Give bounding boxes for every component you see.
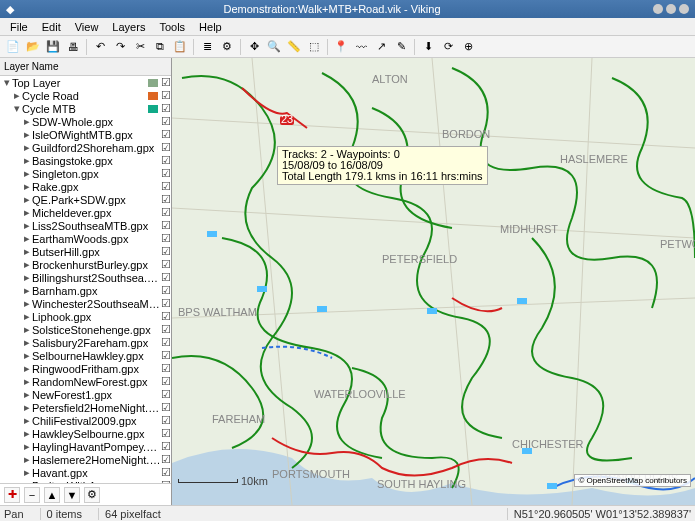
open-button[interactable]: 📂 [24,38,42,56]
titlebar: ◆ Demonstration:Walk+MTB+Road.vik - Viki… [0,0,695,18]
place-label: ALTON [372,73,408,85]
menu-help[interactable]: Help [193,19,228,35]
place-label: FAREHAM [212,413,265,425]
tree-item[interactable]: ▸BrockenhurstBurley.gpx☑ [0,258,171,271]
tree-item[interactable]: ▸Barnham.gpx☑ [0,284,171,297]
tree-item[interactable]: ▸Liphook.gpx☑ [0,310,171,323]
remove-layer-button[interactable]: − [24,487,40,503]
tree-item[interactable]: ▸Liss2SouthseaMTB.gpx☑ [0,219,171,232]
status-coords: N51°20.960505' W01°13'52.389837' [507,508,691,520]
tree-item[interactable]: ▸Haslemere2HomeNight.gpx☑ [0,453,171,466]
menu-view[interactable]: View [69,19,105,35]
status-pixfact: 64 pixelfact [98,508,161,520]
map-attribution: © OpenStreetMap contributors [574,474,691,487]
ruler-button[interactable]: 📏 [285,38,303,56]
tree-item[interactable]: ▸SolsticeStonehenge.gpx☑ [0,323,171,336]
statusbar: Pan 0 items 64 pixelfact N51°20.960505' … [0,505,695,521]
move-up-button[interactable]: ▲ [44,487,60,503]
layer-header[interactable]: Layer Name [0,58,171,76]
window-title: Demonstration:Walk+MTB+Road.vik - Viking [14,3,650,15]
menubar: File Edit View Layers Tools Help [0,18,695,36]
separator [193,39,194,55]
menu-edit[interactable]: Edit [36,19,67,35]
tree-item[interactable]: ▾Cycle MTB☑ [0,102,171,115]
tree-item[interactable]: ▸Singleton.gpx☑ [0,167,171,180]
tree-item[interactable]: ▸RingwoodFritham.gpx☑ [0,362,171,375]
edit-track-button[interactable]: ✎ [392,38,410,56]
menu-tools[interactable]: Tools [153,19,191,35]
download-button[interactable]: ⬇ [419,38,437,56]
copy-button[interactable]: ⧉ [151,38,169,56]
layers-button[interactable]: ≣ [198,38,216,56]
tree-item[interactable]: ▸SelbourneHawkley.gpx☑ [0,349,171,362]
waypoint-button[interactable]: 📍 [332,38,350,56]
svg-rect-3 [317,306,327,312]
menu-layers[interactable]: Layers [106,19,151,35]
svg-rect-2 [257,286,267,292]
tree-item[interactable]: ▸IsleOfWightMTB.gpx☑ [0,128,171,141]
add-layer-button[interactable]: ✚ [4,487,20,503]
tree-item[interactable]: ▸Rake.gpx☑ [0,180,171,193]
cut-button[interactable]: ✂ [131,38,149,56]
toolbar: 📄 📂 💾 🖶 ↶ ↷ ✂ ⧉ 📋 ≣ ⚙ ✥ 🔍 📏 ⬚ 📍 〰 ↗ ✎ ⬇ … [0,36,695,58]
tree-item[interactable]: ▸ChiliFestival2009.gpx☑ [0,414,171,427]
tree-item[interactable]: ▸Salisbury2Fareham.gpx☑ [0,336,171,349]
tree-item[interactable]: ▸EarthamWoods.gpx☑ [0,232,171,245]
place-label: WATERLOOVILLE [314,388,406,400]
close-button[interactable] [679,4,689,14]
svg-rect-7 [547,483,557,489]
properties-button[interactable]: ⚙ [218,38,236,56]
undo-button[interactable]: ↶ [91,38,109,56]
place-label: PETERSFIELD [382,253,457,265]
tooltip-line3: Total Length 179.1 kms in 16:11 hrs:mins [282,171,483,182]
tree-item[interactable]: ▸RandomNewForest.gpx☑ [0,375,171,388]
layer-props-button[interactable]: ⚙ [84,487,100,503]
status-items: 0 items [40,508,82,520]
tree-item[interactable]: ▸Micheldever.gpx☑ [0,206,171,219]
move-down-button[interactable]: ▼ [64,487,80,503]
tree-item[interactable]: ▸ButserHill.gpx☑ [0,245,171,258]
menu-file[interactable]: File [4,19,34,35]
tree-item[interactable]: ▸Havant.gpx☑ [0,466,171,479]
tree-item[interactable]: ▸NewForest1.gpx☑ [0,388,171,401]
paste-button[interactable]: 📋 [171,38,189,56]
app-icon: ◆ [6,3,14,16]
layer-tree[interactable]: ▾Top Layer☑▸Cycle Road☑▾Cycle MTB☑▸SDW-W… [0,76,171,483]
tree-item[interactable]: ▸Basingstoke.gpx☑ [0,154,171,167]
redo-button[interactable]: ↷ [111,38,129,56]
separator [86,39,87,55]
zoom-button[interactable]: 🔍 [265,38,283,56]
sidebar: Layer Name ▾Top Layer☑▸Cycle Road☑▾Cycle… [0,58,172,505]
refresh-button[interactable]: ⟳ [439,38,457,56]
goto-button[interactable]: ⊕ [459,38,477,56]
pan-button[interactable]: ✥ [245,38,263,56]
place-label: BORDON [442,128,490,140]
tree-item[interactable]: ▸SDW-Whole.gpx☑ [0,115,171,128]
tree-item[interactable]: ▾Top Layer☑ [0,76,171,89]
tree-item[interactable]: ▸Petersfield2HomeNight.gpx☑ [0,401,171,414]
tree-item[interactable]: ▸Cycle Road☑ [0,89,171,102]
tree-item[interactable]: ▸Billingshurst2Southsea.gpx☑ [0,271,171,284]
tree-item[interactable]: ▸Winchester2SouthseaMTB.gpx☑ [0,297,171,310]
route-button[interactable]: ↗ [372,38,390,56]
print-button[interactable]: 🖶 [64,38,82,56]
new-button[interactable]: 📄 [4,38,22,56]
separator [240,39,241,55]
maximize-button[interactable] [666,4,676,14]
tree-item[interactable]: ▸HaylingHavantPompey.gpx☑ [0,440,171,453]
save-button[interactable]: 💾 [44,38,62,56]
select-button[interactable]: ⬚ [305,38,323,56]
track-tooltip: Tracks: 2 - Waypoints: 0 15/08/09 to 16/… [277,146,488,185]
map-viewport[interactable]: 23 ALTONBORDONHASLEMEREMIDHURSTPETWORTHP… [172,58,695,505]
minimize-button[interactable] [653,4,663,14]
svg-rect-5 [517,298,527,304]
separator [327,39,328,55]
place-label: HASLEMERE [560,153,628,165]
tree-item[interactable]: ▸QE.Park+SDW.gpx☑ [0,193,171,206]
place-label: BPS WALTHAM [178,306,257,318]
track-button[interactable]: 〰 [352,38,370,56]
sidebar-toolbar: ✚ − ▲ ▼ ⚙ [0,483,171,505]
status-tool: Pan [4,508,24,520]
tree-item[interactable]: ▸Guildford2Shoreham.gpx☑ [0,141,171,154]
tree-item[interactable]: ▸HawkleySelbourne.gpx☑ [0,427,171,440]
